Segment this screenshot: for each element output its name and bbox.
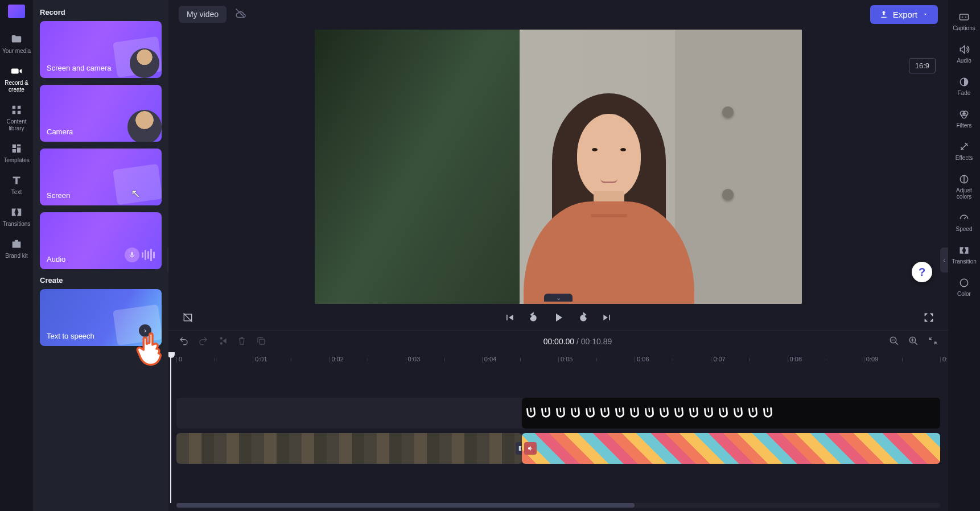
sidebar-label: Text — [11, 189, 22, 196]
empty-lane[interactable] — [176, 373, 940, 393]
card-camera[interactable]: Camera — [40, 85, 162, 142]
transition-icon — [958, 245, 970, 256]
library-icon — [10, 104, 23, 116]
zoom-in-button[interactable] — [908, 336, 919, 348]
rs-transition[interactable]: Transition — [948, 239, 980, 271]
aspect-ratio-button[interactable]: 16:9 — [909, 58, 936, 73]
export-label: Export — [893, 10, 917, 19]
primary-sidebar: Your media Record & create Content libra… — [0, 0, 33, 511]
svg-rect-2 — [260, 339, 265, 344]
card-screen[interactable]: Screen — [40, 149, 162, 205]
time-counter: 00:00.00 / 00:10.89 — [275, 337, 880, 346]
rs-speed[interactable]: Speed — [948, 207, 980, 239]
camcorder-icon — [10, 65, 23, 77]
sidebar-label: Templates — [3, 157, 30, 164]
rs-fade[interactable]: Fade — [948, 71, 980, 103]
prev-clip-button[interactable] — [504, 312, 515, 323]
avatar-icon — [127, 110, 162, 142]
sidebar-item-your-media[interactable]: Your media — [1, 28, 32, 60]
timeline-scrollbar[interactable] — [168, 503, 948, 511]
time-ruler[interactable]: 00:010:020:030:040:050:060:070:080:090:1… — [176, 355, 940, 368]
fullscreen-button[interactable] — [923, 312, 934, 323]
rs-captions[interactable]: Captions — [948, 6, 980, 38]
expand-properties-button[interactable]: ⌄ — [544, 294, 573, 302]
ruler-label: 0:08 — [790, 356, 802, 362]
svg-line-9 — [915, 342, 917, 345]
video-clip-2[interactable] — [522, 433, 940, 464]
rs-audio[interactable]: Audio — [948, 38, 980, 71]
svg-line-5 — [895, 342, 898, 345]
rs-effects[interactable]: Effects — [948, 135, 980, 168]
app-logo[interactable] — [8, 5, 25, 18]
speed-icon — [958, 212, 970, 224]
redo-button[interactable] — [198, 336, 208, 348]
sidebar-label: Your media — [2, 48, 31, 55]
split-button[interactable] — [217, 336, 228, 348]
ruler-label: 0:06 — [637, 356, 649, 362]
video-preview[interactable] — [315, 30, 802, 304]
sidebar-item-brand-kit[interactable]: Brand kit — [1, 233, 32, 265]
duplicate-button[interactable] — [256, 336, 266, 348]
sidebar-item-transitions[interactable]: Transitions — [1, 201, 32, 233]
undo-button[interactable] — [179, 336, 189, 348]
card-audio[interactable]: Audio — [40, 212, 162, 269]
svg-rect-10 — [960, 14, 969, 20]
audio-glyph-icon: ᕫ — [525, 405, 536, 421]
playhead[interactable] — [170, 352, 171, 503]
ruler-label: 0:09 — [866, 356, 878, 362]
card-label: Screen and camera — [47, 64, 111, 72]
card-screen-and-camera[interactable]: Screen and camera — [40, 21, 162, 78]
card-text-to-speech[interactable]: › Text to speech — [40, 289, 162, 346]
rs-color[interactable]: Color — [948, 271, 980, 304]
person-graphic — [529, 82, 689, 304]
scrollbar-thumb[interactable] — [176, 503, 635, 508]
ruler-label: 0:04 — [484, 356, 496, 362]
mic-icon — [125, 248, 139, 262]
project-title[interactable]: My video — [179, 6, 227, 23]
transition-icon[interactable] — [516, 442, 522, 455]
delete-button[interactable] — [237, 336, 247, 348]
play-button[interactable] — [551, 311, 565, 324]
ruler-label: 0:07 — [713, 356, 725, 362]
ruler-label: 0:02 — [331, 356, 343, 362]
waveform-icon — [142, 249, 155, 261]
next-clip-button[interactable] — [602, 312, 613, 323]
adjust-colors-icon — [958, 174, 970, 185]
audio-clip[interactable]: ᕫᕫᕫᕫᕫᕫᕫᕫᕫᕫᕫᕫᕫᕫᕫᕫᕫ — [522, 398, 940, 428]
zoom-out-button[interactable] — [889, 336, 899, 348]
text-icon — [10, 174, 23, 187]
rs-adjust-colors[interactable]: Adjust colors — [948, 168, 980, 207]
sidebar-item-content-library[interactable]: Content library — [1, 99, 32, 138]
preview-wrap: 16:9 ? ⌄ — [168, 28, 948, 305]
sidebar-item-record-create[interactable]: Record & create — [1, 60, 32, 99]
fit-timeline-button[interactable] — [928, 336, 938, 348]
export-button[interactable]: Export — [870, 5, 938, 24]
video-clip-1[interactable] — [176, 433, 522, 464]
sidebar-item-text[interactable]: Text — [1, 170, 32, 201]
expand-right-panel-button[interactable]: ‹ — [940, 248, 948, 273]
main-stage: My video Export 16:9 — [168, 0, 948, 511]
ruler-label: 0:05 — [561, 356, 573, 362]
sidebar-item-templates[interactable]: Templates — [1, 138, 32, 170]
cloud-off-icon[interactable] — [234, 7, 246, 21]
help-button[interactable]: ? — [912, 262, 932, 282]
briefcase-icon — [10, 238, 23, 250]
audio-lane[interactable]: ᕫᕫᕫᕫᕫᕫᕫᕫᕫᕫᕫᕫᕫᕫᕫᕫᕫ — [176, 398, 940, 428]
time-current: 00:00.00 — [543, 337, 575, 346]
audio-icon — [125, 248, 155, 262]
forward-10-button[interactable] — [578, 312, 589, 323]
clip-audio-icon[interactable] — [524, 442, 537, 455]
fade-icon — [958, 76, 970, 88]
tracks[interactable]: 00:010:020:030:040:050:060:070:080:090:1… — [168, 352, 948, 503]
rs-filters[interactable]: Filters — [948, 103, 980, 135]
avatar-icon — [130, 48, 159, 78]
safe-zone-icon[interactable] — [182, 312, 193, 323]
card-label: Screen — [47, 191, 70, 200]
ruler-label: 0:10 — [942, 356, 948, 362]
rewind-10-button[interactable] — [528, 312, 539, 323]
video-lane[interactable] — [176, 433, 940, 464]
timeline: 00:00.00 / 00:10.89 00:010:020:030:040:0… — [168, 330, 948, 511]
playhead-handle-icon[interactable] — [168, 352, 175, 358]
topbar: My video Export — [168, 0, 948, 28]
record-heading: Record — [40, 8, 162, 17]
